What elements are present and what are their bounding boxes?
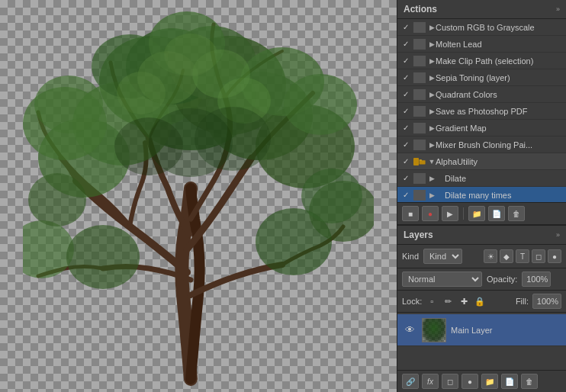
actions-stop-btn[interactable]: ■ (402, 206, 419, 221)
actions-record-btn[interactable]: ● (422, 206, 439, 221)
actions-play-btn[interactable]: ▶ (442, 206, 458, 221)
svg-point-14 (66, 225, 140, 289)
actions-delete-btn[interactable]: 🗑 (508, 206, 525, 221)
action-expand-5[interactable]: ▶ (428, 91, 436, 98)
action-item-5[interactable]: ✓▶Quadrant Colors (397, 86, 566, 103)
tree-svg-wrapper (0, 0, 397, 392)
layers-panel-header: Layers » (397, 226, 566, 245)
action-check-9: ✓ (400, 157, 411, 165)
filter-adjust-icon[interactable]: ◆ (500, 249, 513, 263)
tree-svg (23, 5, 374, 387)
canvas-area (0, 0, 397, 392)
layer-group-btn[interactable]: 📁 (481, 374, 498, 389)
filter-smart-icon[interactable]: ● (548, 249, 561, 263)
layers-toolbar: 🔗 fx ◻ ● 📁 📄 🗑 (397, 370, 566, 392)
opacity-label: Opacity: (487, 275, 517, 284)
action-expand-1[interactable]: ▶ (428, 24, 436, 31)
actions-panel: Actions » ✓▶Custom RGB to Grayscale✓▶Mol… (397, 0, 566, 226)
layers-panel: Layers » Kind Kind ☀ ◆ T ◻ ● Normal Opac… (397, 226, 566, 392)
svg-point-23 (114, 117, 183, 175)
action-label-1: Custom RGB to Grayscale (436, 23, 563, 32)
actions-panel-header: Actions » (397, 0, 566, 19)
actions-panel-collapse-icon[interactable]: » (556, 5, 560, 13)
action-check-8: ✓ (400, 140, 411, 149)
action-icon-7 (413, 123, 426, 133)
action-icon-6 (413, 106, 426, 117)
svg-point-25 (28, 173, 86, 227)
lock-pixels-icon[interactable]: ✏ (442, 295, 454, 307)
action-label-10: Dilate (436, 174, 563, 183)
svg-point-27 (284, 74, 357, 135)
action-icon-4 (413, 72, 426, 83)
layer-row-1[interactable]: 👁Main Layer (397, 314, 566, 346)
folder-icon-9 (413, 156, 426, 167)
layer-visibility-1[interactable]: 👁 (402, 324, 417, 336)
filter-type-icon[interactable]: T (516, 249, 529, 263)
action-item-2[interactable]: ✓▶Molten Lead (397, 36, 566, 53)
action-expand-10[interactable]: ▶ (428, 175, 436, 182)
layer-new-btn[interactable]: 📄 (501, 374, 518, 389)
action-expand-6[interactable]: ▶ (428, 108, 436, 115)
action-check-10: ✓ (400, 174, 411, 182)
blend-mode-select[interactable]: Normal (402, 272, 482, 287)
action-expand-7[interactable]: ▶ (428, 124, 436, 132)
svg-point-26 (301, 169, 362, 223)
kind-select[interactable]: Kind (423, 249, 462, 264)
action-check-4: ✓ (400, 73, 411, 82)
filter-pixel-icon[interactable]: ☀ (484, 249, 497, 263)
svg-point-19 (164, 34, 217, 76)
action-label-8: Mixer Brush Cloning Pai... (436, 140, 563, 149)
toolbar-sep-1 (463, 207, 464, 220)
svg-point-28 (34, 76, 103, 133)
action-expand-4[interactable]: ▶ (428, 74, 436, 82)
fill-input[interactable] (532, 294, 561, 309)
action-item-1[interactable]: ✓▶Custom RGB to Grayscale (397, 19, 566, 36)
layers-kind-row: Kind Kind ☀ ◆ T ◻ ● (397, 245, 566, 268)
lock-transparent-icon[interactable]: ▫ (426, 295, 438, 307)
action-item-10[interactable]: ✓▶Dilate (397, 170, 566, 187)
action-item-9[interactable]: ✓▼AlphaUtility (397, 153, 566, 170)
layer-adjustment-btn[interactable]: ● (461, 374, 478, 389)
actions-new-set-btn[interactable]: 📁 (468, 206, 485, 221)
action-icon-3 (413, 56, 426, 66)
svg-rect-30 (419, 159, 421, 161)
action-item-11[interactable]: ✓▶Dilate many times (397, 187, 566, 202)
layer-fx-btn[interactable]: fx (422, 374, 439, 389)
action-item-6[interactable]: ✓▶Save as Photoshop PDF (397, 103, 566, 120)
actions-list: ✓▶Custom RGB to Grayscale✓▶Molten Lead✓▶… (397, 19, 566, 202)
action-item-3[interactable]: ✓▶Make Clip Path (selection) (397, 53, 566, 69)
action-expand-11[interactable]: ▶ (428, 191, 436, 199)
layer-delete-btn[interactable]: 🗑 (521, 374, 538, 389)
action-item-7[interactable]: ✓▶Gradient Map (397, 120, 566, 137)
layers-panel-collapse-icon[interactable]: » (556, 231, 560, 239)
action-check-1: ✓ (400, 23, 411, 31)
action-check-3: ✓ (400, 56, 411, 65)
action-expand-3[interactable]: ▶ (428, 57, 436, 65)
action-icon-11 (413, 190, 426, 201)
action-item-8[interactable]: ✓▶Mixer Brush Cloning Pai... (397, 137, 566, 153)
action-expand-9[interactable]: ▼ (428, 158, 436, 165)
action-item-4[interactable]: ✓▶Sepia Toning (layer) (397, 69, 566, 86)
action-label-7: Gradient Map (436, 124, 563, 133)
actions-toolbar: ■ ● ▶ 📁 📄 🗑 (397, 202, 566, 224)
kind-label: Kind (402, 252, 419, 261)
layer-link-btn[interactable]: 🔗 (402, 374, 419, 389)
lock-row: Lock: ▫ ✏ ✚ 🔒 Fill: (397, 291, 566, 313)
action-check-7: ✓ (400, 124, 411, 132)
action-label-4: Sepia Toning (layer) (436, 73, 563, 82)
action-check-11: ✓ (400, 191, 411, 199)
actions-new-btn[interactable]: 📄 (488, 206, 505, 221)
action-expand-2[interactable]: ▶ (428, 40, 436, 48)
lock-position-icon[interactable]: ✚ (458, 295, 470, 307)
opacity-input[interactable] (522, 272, 551, 287)
svg-rect-29 (419, 160, 425, 164)
svg-point-20 (117, 72, 166, 114)
layer-mask-btn[interactable]: ◻ (442, 374, 458, 389)
action-check-5: ✓ (400, 90, 411, 98)
action-expand-8[interactable]: ▶ (428, 141, 436, 149)
fill-label: Fill: (516, 297, 529, 306)
action-label-9: AlphaUtility (436, 157, 563, 166)
filter-shape-icon[interactable]: ◻ (532, 249, 545, 263)
lock-all-icon[interactable]: 🔒 (474, 295, 486, 307)
action-icon-1 (413, 22, 426, 33)
